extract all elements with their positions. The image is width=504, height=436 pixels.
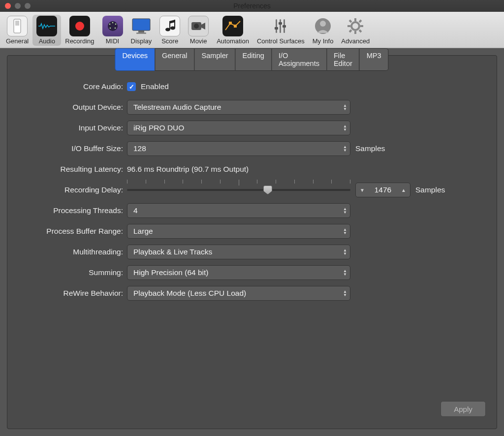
samples-unit: Samples [415, 186, 445, 194]
advanced-icon [345, 16, 366, 36]
toolbar-my-info[interactable]: My Info [309, 15, 338, 46]
recording-delay-slider[interactable] [127, 183, 350, 197]
svg-point-28 [351, 22, 359, 30]
tab-devices[interactable]: Devices [115, 48, 155, 71]
svg-rect-1 [15, 21, 19, 26]
tab-mp3[interactable]: MP3 [359, 48, 389, 71]
latency-value: 96.6 ms Roundtrip (90.7 ms Output) [127, 165, 249, 174]
apply-row: Apply [7, 401, 497, 429]
core-audio-checkbox[interactable]: ✓ [127, 82, 136, 91]
select-value: Large [133, 227, 153, 236]
process-buffer-select[interactable]: Large ▲▼ [127, 224, 350, 239]
tab-sampler[interactable]: Sampler [194, 48, 236, 71]
tab-io-assignments[interactable]: I/O Assignments [271, 48, 327, 71]
stepper-icon: ▲▼ [343, 145, 347, 152]
movie-icon [188, 16, 209, 36]
toolbar-midi[interactable]: MIDI [98, 15, 127, 46]
select-value: Playback & Live Tracks [133, 248, 212, 256]
toolbar-label: My Info [313, 37, 334, 45]
stepper-icon: ▲▼ [343, 104, 347, 111]
tab-general[interactable]: General [155, 48, 195, 71]
toolbar-label: Control Surfaces [257, 37, 305, 45]
settings-panel: Devices General Sampler Editing I/O Assi… [7, 55, 497, 429]
chevron-down-icon[interactable]: ▼ [360, 187, 365, 193]
toolbar-audio[interactable]: Audio [32, 15, 61, 46]
rewire-select[interactable]: Playback Mode (Less CPU Load) ▲▼ [127, 286, 350, 301]
toolbar-general[interactable]: General [2, 15, 32, 46]
select-value: iRig PRO DUO [133, 124, 184, 132]
recording-icon [69, 16, 90, 36]
enabled-text: Enabled [141, 82, 169, 91]
row-io-buffer: I/O Buffer Size: 128 ▲▼ Samples [7, 138, 497, 159]
toolbar-label: General [6, 37, 29, 45]
svg-point-4 [112, 22, 113, 24]
toolbar-label: Movie [190, 37, 207, 45]
toolbar-advanced[interactable]: Advanced [337, 15, 374, 46]
row-output-device: Output Device: Telestream Audio Capture … [7, 97, 497, 118]
label-multithreading: Multithreading: [7, 248, 127, 256]
row-rewire: ReWire Behavior: Playback Mode (Less CPU… [7, 283, 497, 304]
svg-rect-24 [279, 22, 282, 25]
svg-rect-9 [132, 19, 150, 31]
row-summing: Summing: High Precision (64 bit) ▲▼ [7, 262, 497, 283]
chevron-up-icon[interactable]: ▲ [401, 187, 406, 193]
svg-rect-23 [275, 27, 278, 30]
toolbar-recording[interactable]: Recording [61, 15, 98, 46]
svg-point-7 [109, 28, 111, 29]
label-core-audio: Core Audio: [7, 82, 127, 91]
svg-point-2 [75, 22, 84, 31]
apply-button[interactable]: Apply [441, 401, 486, 417]
window-title: Preferences [0, 2, 504, 10]
svg-line-34 [359, 30, 361, 32]
score-icon [159, 16, 180, 36]
toolbar-control-surfaces[interactable]: Control Surfaces [253, 15, 309, 46]
control-surfaces-icon [270, 16, 291, 36]
select-value: Telestream Audio Capture [133, 103, 221, 112]
svg-rect-25 [283, 25, 286, 28]
row-process-buffer: Process Buffer Range: Large ▲▼ [7, 221, 497, 242]
row-processing-threads: Processing Threads: 4 ▲▼ [7, 200, 497, 221]
svg-line-36 [349, 30, 351, 32]
label-summing: Summing: [7, 268, 127, 277]
label-process-buffer: Process Buffer Range: [7, 227, 127, 236]
select-value: 4 [133, 206, 138, 215]
audio-icon [36, 16, 57, 36]
slider-thumb[interactable] [263, 186, 272, 194]
toolbar: General Audio Recording MIDI Display [0, 12, 504, 48]
toolbar-movie[interactable]: Movie [184, 15, 213, 46]
toolbar-display[interactable]: Display [127, 15, 156, 46]
svg-rect-11 [136, 32, 146, 34]
tab-bar: Devices General Sampler Editing I/O Assi… [115, 48, 388, 71]
input-device-select[interactable]: iRig PRO DUO ▲▼ [127, 121, 350, 135]
svg-line-33 [349, 20, 351, 22]
toolbar-label: Recording [65, 37, 94, 45]
toolbar-automation[interactable]: Automation [213, 15, 253, 46]
stepper-icon: ▲▼ [343, 228, 347, 235]
tab-file-editor[interactable]: File Editor [326, 48, 360, 71]
stepper-icon: ▲▼ [343, 249, 347, 255]
svg-rect-18 [229, 22, 232, 25]
select-value: Playback Mode (Less CPU Load) [133, 289, 246, 298]
recording-delay-value[interactable]: ▼ 1476 ▲ [355, 183, 410, 197]
label-processing-threads: Processing Threads: [7, 206, 127, 215]
multithreading-select[interactable]: Playback & Live Tracks ▲▼ [127, 245, 350, 259]
svg-rect-19 [234, 25, 237, 28]
select-value: High Precision (64 bit) [133, 268, 208, 277]
svg-point-17 [194, 24, 199, 29]
toolbar-label: Advanced [341, 37, 370, 45]
label-recording-delay: Recording Delay: [7, 186, 127, 194]
devices-form: Core Audio: ✓ Enabled Output Device: Tel… [7, 72, 497, 308]
slider-ticks [127, 180, 350, 186]
toolbar-score[interactable]: Score [156, 15, 184, 46]
stepper-icon: ▲▼ [343, 269, 347, 276]
processing-threads-select[interactable]: 4 ▲▼ [127, 203, 350, 218]
summing-select[interactable]: High Precision (64 bit) ▲▼ [127, 265, 350, 280]
label-latency: Resulting Latency: [7, 165, 127, 174]
titlebar: Preferences [0, 0, 504, 12]
toolbar-label: Audio [39, 37, 55, 45]
output-device-select[interactable]: Telestream Audio Capture ▲▼ [127, 100, 350, 115]
io-buffer-select[interactable]: 128 ▲▼ [127, 141, 350, 156]
tab-editing[interactable]: Editing [235, 48, 272, 71]
toolbar-label: Display [131, 37, 152, 45]
svg-rect-10 [138, 31, 144, 32]
